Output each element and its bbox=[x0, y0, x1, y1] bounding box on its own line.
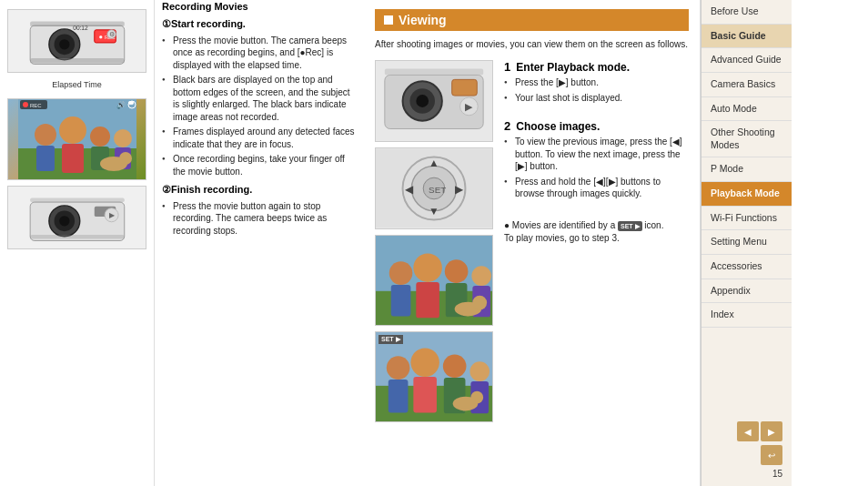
camera-bottom-svg: ▶ bbox=[15, 189, 139, 245]
movies-note: ● Movies are identified by a SET ▶ icon.… bbox=[504, 219, 689, 245]
svg-point-34 bbox=[59, 217, 69, 227]
sidebar-item-before-use[interactable]: Before Use bbox=[701, 0, 792, 25]
svg-text:●: ● bbox=[98, 34, 103, 42]
step2-block: 2 Choose images. To view the previous im… bbox=[504, 119, 689, 203]
start-bullets: Press the movie button. The camera beeps… bbox=[162, 35, 357, 178]
step2-number: 2 bbox=[504, 119, 510, 133]
step1-bullet-2: Your last shot is displayed. bbox=[504, 92, 689, 105]
step1-number: 1 bbox=[504, 60, 510, 74]
family-photo-image: REC 🔊 bbox=[7, 98, 146, 180]
finish-bullets: Press the movie button again to stop rec… bbox=[162, 200, 357, 238]
svg-point-18 bbox=[90, 127, 110, 147]
viewing-title: Viewing bbox=[399, 13, 447, 27]
step2-title: Choose images. bbox=[516, 120, 600, 133]
svg-text:▼: ▼ bbox=[429, 205, 439, 218]
sidebar-item-camera-basics[interactable]: Camera Basics bbox=[701, 73, 792, 97]
svg-rect-9 bbox=[30, 58, 125, 64]
svg-rect-48 bbox=[385, 69, 483, 76]
step2-bullet-1: To view the previous image, press the [◀… bbox=[504, 136, 689, 173]
family-svg: REC 🔊 bbox=[18, 98, 136, 180]
camera-bottom-image: ▶ bbox=[7, 186, 146, 249]
left-panel: ● REC 00:12 ⚙ Elapsed Time bbox=[0, 0, 155, 486]
viewing-columns: ▶ ▲ ▼ ◀ ▶ SE bbox=[375, 60, 689, 422]
elapsed-time-label: Elapsed Time bbox=[7, 80, 146, 89]
right-sidebar: Before Use Basic Guide Advanced Guide Ca… bbox=[701, 0, 792, 486]
nav-next-button[interactable]: ▶ bbox=[761, 421, 782, 441]
set-badge: SET ▶ bbox=[378, 335, 403, 344]
dial-control-image: ▲ ▼ ◀ ▶ SET bbox=[375, 147, 493, 229]
recording-section: Recording Movies ①Start recording. Press… bbox=[155, 0, 364, 486]
svg-rect-45 bbox=[452, 79, 478, 96]
sidebar-item-index[interactable]: Index bbox=[701, 303, 792, 328]
svg-rect-73 bbox=[389, 380, 409, 412]
dial-svg: ▲ ▼ ◀ ▶ SET bbox=[376, 148, 492, 228]
svg-point-69 bbox=[472, 296, 487, 310]
svg-rect-63 bbox=[416, 282, 439, 318]
sidebar-item-advanced-guide[interactable]: Advanced Guide bbox=[701, 48, 792, 73]
recording-title: Recording Movies bbox=[162, 0, 357, 14]
svg-text:◀: ◀ bbox=[405, 183, 414, 196]
nav-arrows: ◀ ▶ bbox=[737, 421, 782, 441]
svg-text:▶: ▶ bbox=[108, 211, 115, 219]
playback-camera-image: ▶ bbox=[375, 60, 493, 142]
nav-bottom: ◀ ▶ ↩ 15 bbox=[701, 414, 792, 486]
camera-top-image: ● REC 00:12 ⚙ bbox=[7, 9, 146, 73]
svg-rect-8 bbox=[30, 22, 125, 27]
sidebar-item-appendix[interactable]: Appendix bbox=[701, 279, 792, 304]
family-set-image: SET ▶ bbox=[375, 331, 493, 422]
playback-camera-svg: ▶ bbox=[376, 61, 492, 141]
svg-rect-15 bbox=[36, 146, 55, 171]
svg-text:▶: ▶ bbox=[465, 101, 473, 112]
nav-home-button[interactable]: ↩ bbox=[761, 445, 782, 465]
sidebar-item-accessories[interactable]: Accessories bbox=[701, 255, 792, 279]
page-number: 15 bbox=[772, 469, 782, 479]
svg-point-60 bbox=[389, 261, 413, 285]
svg-point-62 bbox=[413, 253, 442, 282]
sidebar-item-setting-menu[interactable]: Setting Menu bbox=[701, 230, 792, 255]
start-title: ①Start recording. bbox=[162, 17, 357, 31]
svg-point-44 bbox=[416, 95, 429, 107]
family-portrait-image bbox=[375, 235, 493, 326]
svg-rect-37 bbox=[30, 235, 125, 239]
start-bullet-2: Black bars are displayed on the top and … bbox=[162, 74, 357, 123]
svg-rect-75 bbox=[413, 377, 437, 412]
step1-bullet-1: Press the [▶] button. bbox=[504, 76, 689, 89]
svg-point-3 bbox=[59, 40, 69, 50]
family-bg: REC 🔊 bbox=[8, 99, 146, 179]
family-portrait-svg bbox=[376, 235, 492, 326]
sidebar-item-basic-guide[interactable]: Basic Guide bbox=[701, 25, 792, 49]
sidebar-item-p-mode[interactable]: P Mode bbox=[701, 157, 792, 182]
svg-point-78 bbox=[469, 361, 490, 381]
sidebar-item-other-shooting[interactable]: Other Shooting Modes bbox=[701, 121, 792, 157]
svg-rect-17 bbox=[62, 144, 84, 173]
svg-point-81 bbox=[470, 391, 483, 404]
svg-point-74 bbox=[410, 348, 439, 377]
svg-text:⚙: ⚙ bbox=[108, 32, 114, 38]
svg-text:🔊: 🔊 bbox=[116, 100, 126, 109]
step1-bullets: Press the [▶] button. Your last shot is … bbox=[504, 76, 689, 104]
finish-bullet-1: Press the movie button again to stop rec… bbox=[162, 200, 357, 238]
viewing-images: ▶ ▲ ▼ ◀ ▶ SE bbox=[375, 60, 493, 422]
step1-block: 1 Enter Playback mode. Press the [▶] but… bbox=[504, 60, 689, 106]
svg-text:SET: SET bbox=[429, 185, 446, 195]
svg-rect-61 bbox=[391, 285, 411, 316]
nav-home-row: ↩ bbox=[761, 445, 782, 465]
viewing-steps: 1 Enter Playback mode. Press the [▶] but… bbox=[504, 60, 689, 422]
start-bullet-3: Frames displayed around any detected fac… bbox=[162, 126, 357, 150]
viewing-panel: Viewing After shooting images or movies,… bbox=[364, 0, 701, 486]
svg-point-14 bbox=[35, 124, 56, 146]
viewing-intro: After shooting images or movies, you can… bbox=[375, 38, 689, 51]
viewing-header: Viewing bbox=[375, 9, 689, 31]
start-bullet-1: Press the movie button. The camera beeps… bbox=[162, 35, 357, 72]
sidebar-item-playback-mode[interactable]: Playback Mode bbox=[701, 182, 792, 207]
sidebar-item-wifi[interactable]: Wi-Fi Functions bbox=[701, 207, 792, 231]
svg-point-66 bbox=[471, 266, 491, 286]
nav-prev-button[interactable]: ◀ bbox=[737, 421, 759, 441]
svg-point-64 bbox=[445, 259, 469, 283]
svg-point-23 bbox=[119, 152, 132, 165]
finish-title: ②Finish recording. bbox=[162, 183, 357, 197]
step2-bullets: To view the previous image, press the [◀… bbox=[504, 136, 689, 200]
svg-point-16 bbox=[59, 116, 86, 144]
svg-point-25 bbox=[23, 102, 28, 107]
sidebar-item-auto-mode[interactable]: Auto Mode bbox=[701, 97, 792, 122]
